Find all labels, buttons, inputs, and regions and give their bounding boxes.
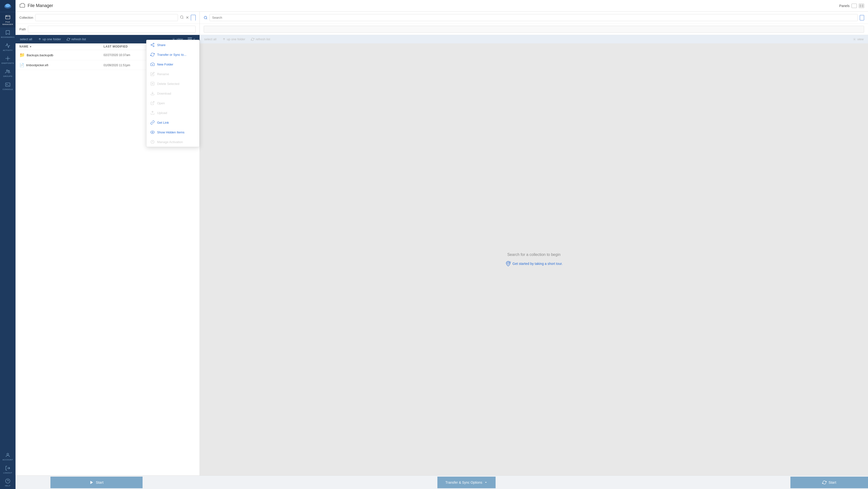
sidebar-item-bookmarks[interactable]: BOOKMARKS — [0, 27, 16, 40]
sidebar-item-label-file-manager: FILE MANAGER — [1, 21, 14, 26]
svg-point-6 — [6, 70, 8, 71]
right-path-input[interactable] — [204, 26, 864, 33]
collection-label: Collection — [20, 16, 33, 20]
dual-panel-icon[interactable] — [859, 4, 864, 8]
dropdown-item-show-hidden[interactable]: Show Hidden Items — [147, 127, 199, 137]
svg-point-37 — [507, 262, 509, 264]
dropdown-item-share[interactable]: Share — [147, 40, 199, 50]
topbar: File Manager Panels — [16, 0, 868, 12]
file-manager-icon — [20, 2, 25, 9]
up-one-folder-button[interactable]: up one folder — [37, 37, 62, 41]
select-all-button[interactable]: select all — [19, 37, 33, 41]
dropdown-item-new-folder[interactable]: New Folder — [147, 59, 199, 69]
rename-icon — [150, 72, 155, 76]
upload-label: Upload — [157, 111, 167, 115]
svg-line-35 — [206, 19, 207, 19]
sidebar-item-logout[interactable]: LOGOUT — [0, 463, 16, 476]
path-input[interactable]: /Volumes/Elyn Backup/ — [28, 26, 196, 33]
topbar-right: Panels — [839, 4, 864, 8]
right-select-all-button[interactable]: select all — [203, 37, 217, 41]
sidebar-item-label-bookmarks: BOOKMARKS — [1, 36, 14, 38]
share-icon — [150, 43, 155, 47]
empty-state: Search for a collection to begin Get sta… — [200, 43, 868, 476]
dropdown-menu: Share Transfer or Sync to... New Folder … — [146, 40, 199, 147]
sidebar: FILE MANAGER BOOKMARKS ACTIVITY ENDPOINT… — [0, 0, 16, 489]
name-column-header[interactable]: NAME ▼ — [20, 45, 103, 48]
rename-label: Rename — [157, 72, 169, 76]
location-icon — [505, 261, 511, 267]
right-refresh-list-button[interactable]: refresh list — [250, 37, 271, 41]
dropdown-item-get-link[interactable]: Get Link — [147, 118, 199, 127]
sidebar-item-help[interactable]: HELP — [0, 476, 16, 489]
download-icon — [150, 91, 155, 96]
file-name-text: tmbootpicker.efi — [26, 63, 48, 67]
topbar-left: File Manager — [20, 2, 53, 9]
right-search-row — [200, 12, 868, 24]
collection-input[interactable]: elyn-laptop — [35, 14, 178, 21]
power-icon — [150, 140, 155, 144]
sidebar-item-label-help: HELP — [5, 485, 11, 487]
sidebar-item-label-account: ACCOUNT — [2, 459, 13, 461]
file-name-cell: 📁 Backups.backupdb — [20, 52, 103, 58]
right-bookmark-icon[interactable] — [860, 15, 864, 20]
right-up-one-folder-button[interactable]: up one folder — [221, 37, 246, 41]
open-icon — [150, 101, 155, 105]
show-hidden-label: Show Hidden Items — [157, 130, 185, 134]
sync-start-icon — [822, 480, 827, 485]
topbar-title: File Manager — [28, 3, 53, 8]
transfer-sync-options-button[interactable]: Transfer & Sync Options — [437, 477, 496, 488]
bottom-bar-inner: Start Transfer & Sync Options Start — [16, 476, 868, 489]
content-area: Collection elyn-laptop ✕ Path /Volumes/E… — [16, 12, 868, 476]
right-view-button[interactable]: view — [852, 37, 865, 41]
sort-arrow: ▼ — [29, 45, 32, 48]
file-date-cell: 02/27/2020 10:37am — [103, 53, 152, 57]
svg-rect-8 — [6, 83, 10, 86]
empty-state-message: Search for a collection to begin — [507, 252, 561, 257]
sidebar-item-activity[interactable]: ACTIVITY — [0, 40, 16, 54]
svg-point-34 — [204, 16, 207, 19]
bookmark-icon[interactable] — [191, 15, 196, 21]
svg-point-20 — [153, 45, 154, 47]
collection-close-button[interactable]: ✕ — [186, 15, 189, 20]
start-right-button[interactable]: Start — [790, 477, 868, 488]
svg-point-5 — [7, 58, 8, 59]
open-label: Open — [157, 101, 165, 105]
play-icon — [90, 480, 94, 485]
sidebar-item-endpoints[interactable]: ENDPOINTS — [0, 53, 16, 66]
svg-point-31 — [152, 132, 153, 133]
sidebar-item-account[interactable]: ACCOUNT — [0, 450, 16, 463]
dropdown-item-manage-activation: Manage Activation — [147, 137, 199, 147]
start-left-button[interactable]: Start — [51, 477, 143, 488]
sidebar-item-file-manager[interactable]: FILE MANAGER — [0, 12, 16, 27]
right-search-input[interactable] — [210, 14, 858, 21]
svg-line-29 — [152, 101, 154, 103]
sync-icon — [150, 52, 155, 57]
collection-header: Collection elyn-laptop ✕ — [16, 12, 199, 24]
manage-activation-label: Manage Activation — [157, 140, 183, 144]
eye-icon — [150, 130, 155, 134]
last-modified-column-header: LAST MODIFIED — [103, 45, 152, 48]
delete-label: Delete Selected — [157, 82, 179, 86]
left-panel: Collection elyn-laptop ✕ Path /Volumes/E… — [16, 12, 200, 476]
upload-icon — [150, 111, 155, 115]
single-panel-icon[interactable] — [851, 4, 857, 8]
right-search-icon — [204, 16, 208, 20]
sidebar-item-label-console: CONSOLE — [3, 88, 13, 91]
empty-state-tour-link[interactable]: Get started by taking a short tour. — [505, 261, 563, 267]
refresh-list-button[interactable]: refresh list — [66, 37, 87, 41]
sidebar-logo — [0, 0, 16, 12]
svg-rect-16 — [188, 39, 192, 39]
sidebar-item-groups[interactable]: GROUPS — [0, 66, 16, 80]
dropdown-item-transfer-sync[interactable]: Transfer or Sync to... — [147, 50, 199, 59]
svg-line-22 — [152, 44, 153, 44]
svg-line-21 — [152, 45, 153, 46]
share-label: Share — [157, 43, 165, 47]
dropdown-item-delete: Delete Selected — [147, 79, 199, 89]
path-row: Path /Volumes/Elyn Backup/ — [16, 24, 199, 35]
sidebar-item-console[interactable]: CONSOLE — [0, 80, 16, 93]
svg-point-19 — [151, 44, 152, 45]
path-label: Path — [20, 27, 26, 31]
panels-label: Panels — [839, 4, 849, 8]
collection-search-button[interactable] — [180, 15, 184, 20]
file-name-cell: 📄 tmbootpicker.efi — [20, 63, 103, 67]
